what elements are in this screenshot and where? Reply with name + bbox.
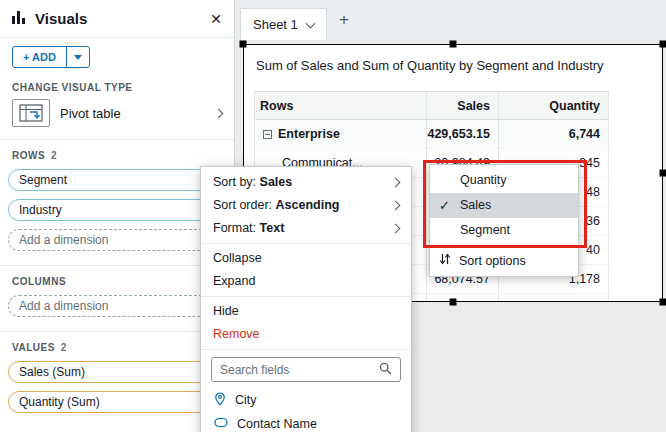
values-count-badge: 2 — [61, 342, 67, 353]
chevron-right-icon — [214, 108, 224, 118]
field-pill-segment[interactable]: Segment — [8, 169, 226, 191]
menu-item-value: Text — [260, 221, 285, 235]
table-header-row: Rows Sales Quantity — [255, 91, 609, 120]
menu-divider — [201, 349, 411, 350]
sort-arrows-icon — [439, 253, 451, 268]
resize-handle-top-right[interactable] — [660, 41, 666, 48]
menu-item-format[interactable]: Format: Text — [201, 217, 411, 240]
menu-item-label: Format: — [213, 221, 260, 235]
caret-down-icon — [74, 55, 82, 64]
collapse-row-icon[interactable] — [263, 130, 272, 139]
row-label: Enterprise — [278, 127, 340, 141]
columns-section-label: COLUMNS — [12, 276, 222, 287]
sort-options-item[interactable]: Sort options — [430, 248, 578, 273]
add-dimension-dropzone[interactable]: Add a dimension — [8, 229, 226, 251]
field-pill-sales-sum[interactable]: Sales (Sum) — [8, 361, 226, 383]
panel-title: Visuals — [35, 10, 87, 27]
field-option-label: City — [235, 393, 257, 407]
values-section-label: VALUES — [12, 342, 55, 353]
close-icon[interactable]: ✕ — [210, 11, 222, 27]
divider — [0, 331, 234, 332]
tab-sheet-1[interactable]: Sheet 1 — [240, 8, 327, 40]
resize-handle-bottom-mid[interactable] — [450, 299, 457, 306]
search-icon — [379, 361, 392, 379]
add-dimension-dropzone-columns[interactable]: Add a dimension — [8, 295, 226, 317]
menu-item-sort-order[interactable]: Sort order: Ascending — [201, 194, 411, 217]
visual-type-selector[interactable]: Pivot table — [12, 99, 222, 127]
field-pill-industry[interactable]: Industry — [8, 199, 226, 221]
header-rows[interactable]: Rows — [255, 92, 427, 119]
sort-option-segment[interactable]: Segment — [430, 218, 578, 243]
resize-handle-top-mid[interactable] — [450, 41, 457, 48]
header-quantity[interactable]: Quantity — [499, 92, 609, 119]
add-sheet-button[interactable]: + — [339, 10, 349, 30]
table-row[interactable]: Enterprise 429,653.15 6,744 — [255, 120, 609, 149]
add-button[interactable]: + ADD — [12, 46, 90, 68]
chevron-right-icon — [391, 178, 401, 188]
chevron-right-icon — [391, 224, 401, 234]
menu-item-label: Sort order: — [213, 198, 276, 212]
resize-handle-mid-right[interactable] — [660, 170, 666, 177]
chevron-down-icon[interactable] — [305, 18, 315, 28]
visuals-panel-header: Visuals ✕ — [0, 0, 234, 38]
sheet-tab-bar: Sheet 1 + — [235, 0, 666, 40]
cell-sales[interactable]: 10,750.77 — [427, 294, 499, 302]
search-fields-box[interactable] — [211, 357, 401, 382]
menu-divider — [201, 243, 411, 244]
menu-item-remove[interactable]: Remove — [201, 323, 411, 346]
sort-option-label: Sales — [460, 198, 491, 212]
change-visual-type-label: CHANGE VISUAL TYPE — [12, 82, 222, 93]
rows-count-badge: 2 — [51, 150, 57, 161]
menu-divider — [430, 245, 578, 246]
location-pin-icon — [214, 392, 226, 409]
tab-sheet-1-label: Sheet 1 — [253, 17, 298, 32]
menu-item-value: Sales — [260, 175, 293, 189]
menu-item-sort-by[interactable]: Sort by: Sales — [201, 171, 411, 194]
menu-item-label: Sort by: — [213, 175, 260, 189]
rows-section-label: ROWS — [12, 150, 45, 161]
add-dropdown-button[interactable] — [66, 47, 89, 67]
resize-handle-top-left[interactable] — [240, 41, 247, 48]
add-button-label[interactable]: + ADD — [13, 47, 66, 67]
field-context-menu: Sort by: Sales Sort order: Ascending For… — [200, 166, 412, 432]
cell-quantity[interactable]: 594 — [499, 294, 609, 302]
field-pill-quantity-sum[interactable]: Quantity (Sum) — [8, 391, 226, 413]
check-icon: ✓ — [439, 193, 450, 218]
cell-sales[interactable]: 429,653.15 — [427, 120, 499, 148]
menu-item-value: Ascending — [276, 198, 340, 212]
cell-quantity[interactable]: 6,744 — [499, 120, 609, 148]
sort-option-quantity[interactable]: Quantity — [430, 168, 578, 193]
visual-title: Sum of Sales and Sum of Quantity by Segm… — [256, 58, 656, 73]
field-option-contact-name[interactable]: Contact Name — [201, 412, 411, 432]
field-option-label: Contact Name — [237, 417, 317, 431]
menu-divider — [201, 296, 411, 297]
pivot-table-icon — [12, 99, 50, 127]
sort-by-submenu: Quantity ✓ Sales Segment Sort options — [429, 164, 579, 277]
search-fields-input[interactable] — [220, 363, 379, 377]
divider — [0, 139, 234, 140]
chevron-right-icon — [391, 201, 401, 211]
field-option-city[interactable]: City — [201, 388, 411, 412]
dimension-field-icon — [214, 417, 228, 431]
menu-item-hide[interactable]: Hide — [201, 300, 411, 323]
menu-item-expand[interactable]: Expand — [201, 270, 411, 293]
menu-item-collapse[interactable]: Collapse — [201, 247, 411, 270]
visuals-icon — [12, 10, 27, 28]
sort-options-label: Sort options — [459, 254, 526, 268]
divider — [0, 265, 234, 266]
sort-option-sales[interactable]: ✓ Sales — [430, 193, 578, 218]
resize-handle-bottom-right[interactable] — [660, 299, 666, 306]
header-sales[interactable]: Sales — [427, 92, 499, 119]
visual-type-name: Pivot table — [60, 106, 121, 121]
